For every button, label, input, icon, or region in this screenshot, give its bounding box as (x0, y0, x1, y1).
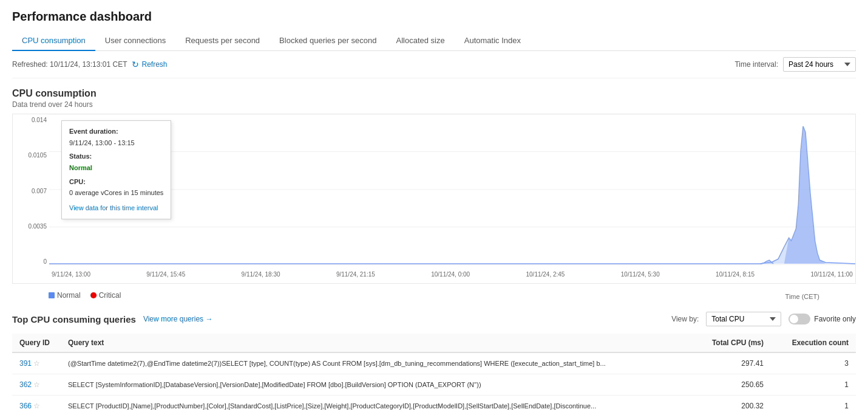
chart-time-label: Time (CET) (785, 290, 819, 300)
query-text-362: SELECT [SystemInformationID],[DatabaseVe… (68, 381, 481, 388)
tooltip-cpu-label: CPU: (69, 178, 86, 185)
toolbar: Refreshed: 10/11/24, 13:13:01 CET ↻ Refr… (12, 51, 856, 78)
query-id-cell: 362 ☆ (12, 374, 61, 396)
tooltip-cpu-value: 0 average vCores in 15 minutes (69, 187, 163, 199)
x-label-5: 10/11/24, 2:45 (526, 271, 565, 278)
queries-header: Top CPU consuming queries View more quer… (12, 312, 856, 326)
page-title: Performance dashboard (12, 10, 856, 24)
cpu-chart: 0.014 0.0105 0.007 0.0035 0 (12, 114, 856, 284)
tab-blocked-queries[interactable]: Blocked queries per second (270, 31, 386, 51)
queries-header-left: Top CPU consuming queries View more quer… (12, 314, 212, 324)
toolbar-left: Refreshed: 10/11/24, 13:13:01 CET ↻ Refr… (12, 60, 168, 69)
queries-table-body: 391 ☆ (@StartTime datetime2(7),@EndTime … (12, 352, 856, 412)
toggle-knob (790, 315, 798, 323)
exec-count-362: 1 (771, 374, 856, 396)
y-label-2: 0.007 (15, 188, 47, 194)
col-query-id: Query ID (12, 334, 61, 352)
query-text-cell-362: SELECT [SystemInformationID],[DatabaseVe… (61, 374, 686, 396)
refreshed-label: Refreshed: 10/11/24, 13:13:01 CET (12, 60, 127, 69)
refresh-icon: ↻ (132, 60, 139, 69)
tab-requests-per-second[interactable]: Requests per second (175, 31, 270, 51)
chart-section-title: CPU consumption (12, 88, 856, 99)
tooltip-status-label: Status: (69, 153, 92, 160)
queries-title: Top CPU consuming queries (12, 314, 136, 324)
table-row: 391 ☆ (@StartTime datetime2(7),@EndTime … (12, 352, 856, 374)
queries-section: Top CPU consuming queries View more quer… (12, 312, 856, 412)
view-by-label: View by: (671, 315, 699, 323)
x-label-3: 9/11/24, 21:15 (336, 271, 375, 278)
star-icon-391[interactable]: ☆ (33, 359, 40, 368)
total-cpu-362: 250.65 (686, 374, 771, 396)
table-row: 362 ☆ SELECT [SystemInformationID],[Data… (12, 374, 856, 396)
svg-marker-5 (784, 126, 826, 264)
favorite-toggle: Favorite only (788, 314, 856, 324)
total-cpu-391: 297.41 (686, 352, 771, 374)
tooltip-status-value: Normal (69, 162, 163, 174)
total-cpu-366: 200.32 (686, 396, 771, 413)
favorite-only-label: Favorite only (814, 315, 856, 323)
tab-automatic-index[interactable]: Automatic Index (455, 31, 531, 51)
legend-critical: Critical (90, 291, 121, 300)
query-text-cell-391: (@StartTime datetime2(7),@EndTime dateti… (61, 352, 686, 374)
y-label-0: 0.014 (15, 117, 47, 123)
query-id-362[interactable]: 362 (19, 380, 32, 389)
time-interval-label: Time interval: (734, 60, 778, 69)
star-icon-362[interactable]: ☆ (33, 380, 40, 389)
time-interval-select[interactable]: Past 24 hours Past hour Past 6 hours Pas… (783, 57, 856, 72)
query-id-cell: 391 ☆ (12, 352, 61, 374)
x-label-4: 10/11/24, 0:00 (431, 271, 470, 278)
chart-section: CPU consumption Data trend over 24 hours… (12, 88, 856, 302)
tab-cpu-consumption[interactable]: CPU consumption (12, 31, 95, 51)
x-label-6: 10/11/24, 5:30 (621, 271, 660, 278)
view-more-queries-link[interactable]: View more queries → (143, 315, 213, 323)
legend-critical-dot (90, 292, 97, 298)
x-label-8: 10/11/24, 11:00 (810, 271, 853, 278)
chart-tooltip: Event duration: 9/11/24, 13:00 - 13:15 S… (61, 120, 171, 219)
refreshed-time: 10/11/24, 13:13:01 CET (50, 60, 127, 69)
tabs-container: CPU consumption User connections Request… (12, 31, 856, 51)
col-execution-count: Execution count (771, 334, 856, 352)
favorite-toggle-switch[interactable] (788, 314, 810, 324)
query-id-391[interactable]: 391 (19, 359, 32, 368)
chart-y-axis: 0.014 0.0105 0.007 0.0035 0 (13, 114, 49, 265)
tooltip-link[interactable]: View data for this time interval (69, 204, 158, 211)
exec-count-366: 1 (771, 396, 856, 413)
queries-table: Query ID Query text Total CPU (ms) Execu… (12, 334, 856, 412)
exec-count-391: 3 (771, 352, 856, 374)
chart-legend: Normal Critical (49, 289, 121, 302)
x-label-1: 9/11/24, 15:45 (146, 271, 185, 278)
tooltip-event-duration-label: Event duration: (69, 126, 163, 137)
toolbar-right: Time interval: Past 24 hours Past hour P… (734, 57, 856, 72)
legend-critical-label: Critical (99, 291, 121, 300)
query-id-366[interactable]: 366 (19, 402, 32, 410)
chart-section-subtitle: Data trend over 24 hours (12, 100, 856, 109)
x-label-2: 9/11/24, 18:30 (242, 271, 280, 278)
query-id-cell: 366 ☆ (12, 396, 61, 413)
view-by-select[interactable]: Total CPU Execution count Average CPU (706, 312, 781, 326)
col-query-text: Query text (61, 334, 686, 352)
chart-x-axis: 9/11/24, 13:00 9/11/24, 15:45 9/11/24, 1… (49, 265, 855, 283)
table-header-row: Query ID Query text Total CPU (ms) Execu… (12, 334, 856, 352)
x-label-0: 9/11/24, 13:00 (52, 271, 90, 278)
tooltip-event-duration-value: 9/11/24, 13:00 - 13:15 (69, 137, 163, 149)
x-label-7: 10/11/24, 8:15 (716, 271, 754, 278)
legend-normal: Normal (49, 291, 81, 300)
col-total-cpu: Total CPU (ms) (686, 334, 771, 352)
chart-draw-area: Event duration: 9/11/24, 13:00 - 13:15 S… (49, 114, 855, 265)
y-label-1: 0.0105 (15, 152, 47, 159)
queries-header-right: View by: Total CPU Execution count Avera… (671, 312, 856, 326)
query-text-391: (@StartTime datetime2(7),@EndTime dateti… (68, 360, 606, 367)
tab-user-connections[interactable]: User connections (95, 31, 175, 51)
y-label-4: 0 (15, 258, 47, 265)
tab-allocated-size[interactable]: Allocated size (387, 31, 455, 51)
query-text-cell-366: SELECT [ProductID],[Name],[ProductNumber… (61, 396, 686, 413)
legend-normal-label: Normal (57, 291, 81, 300)
legend-normal-dot (49, 292, 55, 298)
y-label-3: 0.0035 (15, 223, 47, 230)
query-text-366: SELECT [ProductID],[Name],[ProductNumber… (68, 402, 596, 410)
star-icon-366[interactable]: ☆ (33, 402, 40, 410)
refresh-button[interactable]: ↻ Refresh (132, 60, 167, 69)
table-row: 366 ☆ SELECT [ProductID],[Name],[Product… (12, 396, 856, 413)
